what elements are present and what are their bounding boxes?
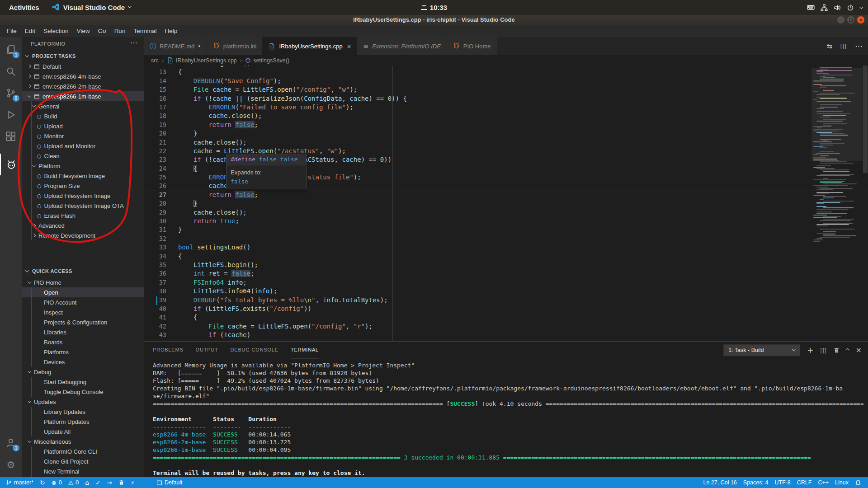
status-pio-env[interactable]: Default xyxy=(153,477,186,488)
menu-edit[interactable]: Edit xyxy=(21,28,39,34)
keyboard-icon[interactable] xyxy=(807,4,815,11)
split-editor-icon[interactable]: ◫ xyxy=(840,43,847,50)
section-quick-access[interactable]: QUICK ACCESS xyxy=(22,266,144,277)
tree-item-env-esp8266-2m-base[interactable]: env:esp8266-2m-base xyxy=(22,81,144,91)
tree-item-env-esp8266-1m-base[interactable]: env:esp8266-1m-base xyxy=(22,91,144,101)
status-errors[interactable]: ⊗0 xyxy=(48,477,65,488)
more-actions-icon[interactable]: ⋯ xyxy=(855,42,863,50)
status-notifications[interactable] xyxy=(852,477,864,488)
tree-item-miscellaneous[interactable]: Miscellaneous xyxy=(22,436,144,446)
tab-extension-platformio-ide[interactable]: ≡Extension: PlatformIO IDE xyxy=(357,37,447,55)
network-icon[interactable] xyxy=(821,4,828,11)
status-cursor-position[interactable]: Ln 27, Col 16 xyxy=(700,477,740,488)
tree-item-clean[interactable]: ○Clean xyxy=(22,151,144,161)
tree-item-default[interactable]: Default xyxy=(22,61,144,71)
panel-tab-problems[interactable]: PROBLEMS xyxy=(153,342,184,358)
tree-item-platform[interactable]: Platform xyxy=(22,161,144,171)
panel-tab-output[interactable]: OUTPUT xyxy=(196,342,218,358)
status-encoding[interactable]: UTF-8 xyxy=(771,477,793,488)
tree-item-monitor[interactable]: ○Monitor xyxy=(22,131,144,141)
tree-item-upload-filesystem-image-ota[interactable]: ○Upload Filesystem Image OTA xyxy=(22,201,144,211)
status-warnings[interactable]: ⚠0 xyxy=(65,477,82,488)
activity-manage[interactable]: ⚙ xyxy=(0,454,22,476)
menu-help[interactable]: Help xyxy=(160,28,181,34)
tab-readme-md[interactable]: ⓘREADME.md● xyxy=(144,37,207,55)
minimap[interactable] xyxy=(811,66,863,341)
tree-item-build[interactable]: ○Build xyxy=(22,111,144,121)
status-indentation[interactable]: Spaces: 4 xyxy=(740,477,772,488)
sidebar-more-actions[interactable]: ⋯ xyxy=(130,37,137,51)
status-remote-os[interactable]: Linux xyxy=(832,477,852,488)
status-pio-clean[interactable] xyxy=(115,477,127,488)
tree-item-erase-flash[interactable]: ○Erase Flash xyxy=(22,211,144,221)
activity-explorer[interactable]: 1 xyxy=(0,39,22,61)
close-button[interactable]: × xyxy=(857,16,864,23)
tree-item-clone-git-project[interactable]: Clone Git Project xyxy=(22,456,144,466)
tree-item-advanced[interactable]: Advanced xyxy=(22,221,144,230)
tree-item-remote-development[interactable]: Remote Development xyxy=(22,230,144,240)
breadcrumb-folder[interactable]: src xyxy=(151,57,159,64)
tree-item-pio-home[interactable]: PIO Home xyxy=(22,277,144,287)
modified-dot-icon[interactable]: ● xyxy=(198,44,200,48)
status-pio-home[interactable]: ⌂ xyxy=(82,477,92,488)
tree-item-upload-filesystem-image[interactable]: ○Upload Filesystem Image xyxy=(22,191,144,201)
activity-search[interactable] xyxy=(0,61,22,82)
menu-go[interactable]: Go xyxy=(94,28,110,34)
status-pio-build[interactable]: ✓ xyxy=(92,477,104,488)
menu-terminal[interactable]: Terminal xyxy=(129,28,160,34)
status-eol[interactable]: CRLF xyxy=(794,477,815,488)
tree-item-updates[interactable]: Updates xyxy=(22,397,144,407)
tab-irbabyusersettings-cpp[interactable]: IRbabyUserSettings.cpp× xyxy=(263,37,357,55)
activities-button[interactable]: Activities xyxy=(6,4,42,11)
tree-item-debug[interactable]: Debug xyxy=(22,367,144,377)
activity-extensions[interactable] xyxy=(0,126,22,147)
tree-item-upload-and-monitor[interactable]: ○Upload and Monitor xyxy=(22,141,144,151)
breadcrumb-symbol[interactable]: settingsSave() xyxy=(245,57,289,64)
tab-platformio-ini[interactable]: platformio.ini xyxy=(207,37,263,55)
breadcrumb-file[interactable]: IRbabyUserSettings.cpp xyxy=(167,57,237,64)
close-panel-icon[interactable]: × xyxy=(856,347,862,354)
terminal-task-selector[interactable]: 1: Task - Build xyxy=(723,344,800,356)
editor-scrollbar[interactable] xyxy=(863,66,868,341)
menu-file[interactable]: File xyxy=(3,28,21,34)
maximize-button[interactable] xyxy=(847,16,854,23)
chevron-down-icon[interactable] xyxy=(860,6,863,9)
new-terminal-icon[interactable]: + xyxy=(807,347,813,354)
split-terminal-icon[interactable]: ◫ xyxy=(820,347,826,354)
tree-item-platform-updates[interactable]: Platform Updates xyxy=(22,417,144,427)
tab-pio-home[interactable]: PIO Home xyxy=(447,37,497,55)
tree-item-env-esp8266-4m-base[interactable]: env:esp8266-4m-base xyxy=(22,71,144,81)
maximize-panel-icon[interactable] xyxy=(846,349,849,352)
tree-item-projects-configuration[interactable]: Projects & Configuration xyxy=(22,317,144,327)
status-pio-serial-monitor[interactable]: ⚡ xyxy=(127,477,138,488)
tree-item-general[interactable]: General xyxy=(22,101,144,111)
tree-item-libraries[interactable]: Libraries xyxy=(22,327,144,337)
code-editor[interactable]: 12bool settingsSave()13{14 DEBUGLN("Save… xyxy=(144,66,868,341)
tree-item-devices[interactable]: Devices xyxy=(22,357,144,367)
activity-run-and-debug[interactable] xyxy=(0,104,22,126)
menu-view[interactable]: View xyxy=(73,28,94,34)
open-changes-icon[interactable]: ⇆ xyxy=(826,43,832,50)
tree-item-upload[interactable]: ○Upload xyxy=(22,121,144,131)
tree-item-update-all[interactable]: Update All xyxy=(22,427,144,436)
tree-item-build-filesystem-image[interactable]: ○Build Filesystem Image xyxy=(22,171,144,181)
tree-item-program-size[interactable]: ○Program Size xyxy=(22,181,144,191)
tree-item-pio-account[interactable]: PIO Account xyxy=(22,297,144,307)
power-icon[interactable] xyxy=(847,4,854,11)
tree-item-new-terminal[interactable]: New Terminal xyxy=(22,466,144,476)
clock[interactable]: 10:33 xyxy=(421,4,447,11)
activity-platformio[interactable] xyxy=(0,154,22,175)
status-sync[interactable]: ↻ xyxy=(37,477,48,488)
activity-source-control[interactable]: 9 xyxy=(0,82,22,104)
panel-tab-terminal[interactable]: TERMINAL xyxy=(291,342,319,358)
section-project-tasks[interactable]: PROJECT TASKS xyxy=(22,51,144,61)
tree-item-toggle-debug-console[interactable]: Toggle Debug Console xyxy=(22,387,144,397)
tree-item-platformio-core-cli[interactable]: PlatformIO Core CLI xyxy=(22,446,144,456)
tree-item-open[interactable]: Open xyxy=(22,287,144,297)
tab-close-icon[interactable]: × xyxy=(347,42,351,50)
system-tray[interactable] xyxy=(807,4,863,11)
status-language-mode[interactable]: C++ xyxy=(815,477,832,488)
menu-selection[interactable]: Selection xyxy=(39,28,73,34)
status-pio-upload[interactable]: → xyxy=(104,477,115,488)
kill-terminal-icon[interactable] xyxy=(834,347,840,353)
